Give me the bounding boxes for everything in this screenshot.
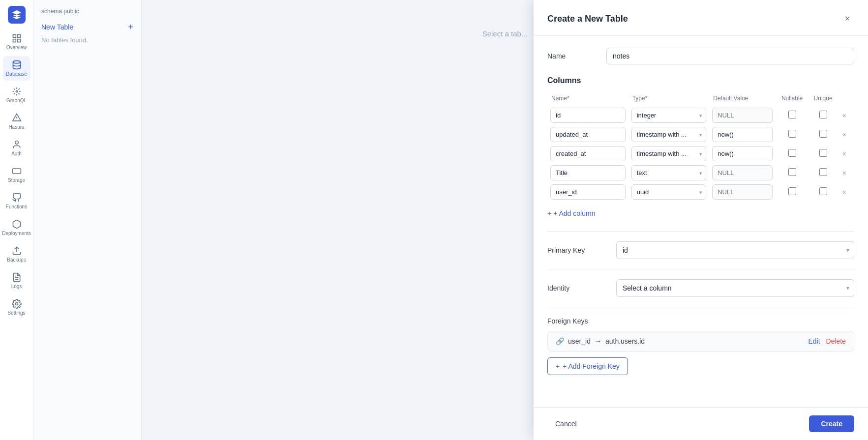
column-name-input[interactable] (550, 108, 626, 123)
column-type-select[interactable]: integertextuuidbooleantimestamp with ...… (631, 108, 707, 123)
column-unique-checkbox[interactable] (819, 130, 827, 138)
svg-point-4 (13, 61, 20, 63)
table-row: integertextuuidbooleantimestamp with ...… (547, 163, 854, 182)
column-type-select[interactable]: integertextuuidbooleantimestamp with ...… (631, 146, 707, 161)
column-nullable-checkbox[interactable] (788, 111, 796, 118)
column-default-input[interactable] (712, 165, 773, 180)
sidebar-item-functions-label: Functions (6, 204, 27, 209)
column-name-input[interactable] (550, 127, 626, 142)
no-tables-text: No tables found. (33, 34, 141, 46)
foreign-key-delete-button[interactable]: Delete (826, 337, 846, 345)
cancel-button[interactable]: Cancel (547, 416, 585, 432)
sidebar-item-deployments[interactable]: Deployments (3, 215, 30, 240)
column-unique-checkbox[interactable] (819, 111, 827, 118)
modal-close-button[interactable]: × (840, 12, 854, 26)
sidebar-item-settings[interactable]: Settings (3, 295, 30, 320)
name-label: Name (547, 52, 597, 60)
sidebar-item-backups[interactable]: Backups (3, 242, 30, 266)
new-table-row: New Table + (33, 20, 141, 34)
svg-rect-2 (13, 39, 16, 42)
column-type-select[interactable]: integertextuuidbooleantimestamp with ...… (631, 127, 707, 142)
col-header-action (838, 93, 854, 106)
column-nullable-checkbox[interactable] (788, 168, 796, 176)
column-type-select[interactable]: integertextuuidbooleantimestamp with ...… (631, 165, 707, 180)
column-default-input[interactable] (712, 184, 773, 200)
sidebar: Overview Database GraphQL Hasura Auth St… (0, 0, 33, 440)
column-unique-checkbox[interactable] (819, 187, 827, 195)
sidebar-item-settings-label: Settings (7, 310, 25, 316)
foreign-key-edit-button[interactable]: Edit (808, 337, 820, 345)
sidebar-item-graphql[interactable]: GraphQL (3, 83, 30, 107)
modal-header: Create a New Table × (534, 0, 868, 36)
foreign-key-arrow: → (595, 337, 601, 345)
add-column-button[interactable]: + + Add column (547, 207, 595, 219)
columns-table: Name* Type* Default Value Nullable Uniqu… (547, 93, 854, 202)
column-name-input[interactable] (550, 165, 626, 180)
modal-footer: Cancel Create (534, 407, 868, 440)
main-area: schema.public New Table + No tables foun… (33, 0, 868, 440)
column-default-input[interactable] (712, 127, 773, 142)
sidebar-item-backups-label: Backups (7, 257, 26, 263)
identity-row: Identity Select a column ▾ (547, 279, 854, 297)
column-delete-button[interactable]: × (840, 148, 848, 160)
modal-title: Create a New Table (547, 14, 628, 24)
column-delete-button[interactable]: × (840, 129, 848, 141)
column-nullable-checkbox[interactable] (788, 149, 796, 157)
svg-point-11 (15, 303, 18, 305)
add-fk-icon: + (556, 362, 560, 370)
col-header-unique: Unique (808, 93, 838, 106)
link-icon: 🔗 (556, 337, 564, 345)
column-unique-checkbox[interactable] (819, 168, 827, 176)
foreign-keys-label: Foreign Keys (547, 317, 854, 325)
column-delete-button[interactable]: × (840, 186, 848, 198)
col-header-default: Default Value (709, 93, 776, 106)
identity-select[interactable]: Select a column (616, 279, 854, 297)
sidebar-item-hasura-label: Hasura (8, 124, 24, 130)
sidebar-item-graphql-label: GraphQL (6, 98, 27, 103)
sidebar-item-logs[interactable]: Logs (3, 268, 30, 293)
sidebar-item-storage-label: Storage (8, 177, 25, 183)
column-default-input[interactable] (712, 146, 773, 161)
sidebar-item-hasura[interactable]: Hasura (3, 109, 30, 134)
sidebar-item-storage[interactable]: Storage (3, 162, 30, 187)
modal-body: Name Columns Name* Type* Default Value N… (534, 36, 868, 407)
primary-key-row: Primary Key id ▾ (547, 241, 854, 259)
sidebar-item-overview[interactable]: Overview (3, 29, 30, 54)
column-delete-button[interactable]: × (840, 110, 848, 121)
add-table-button[interactable]: + (128, 23, 133, 31)
primary-key-select-wrap: id ▾ (616, 241, 854, 259)
select-table-text: Select a tab... (482, 29, 528, 38)
table-row: integertextuuidbooleantimestamp with ...… (547, 125, 854, 144)
column-type-select[interactable]: integertextuuidbooleantimestamp with ...… (631, 184, 707, 200)
svg-rect-1 (17, 35, 20, 38)
primary-key-select[interactable]: id (616, 241, 854, 259)
svg-rect-0 (13, 35, 16, 38)
sidebar-item-auth-label: Auth (11, 151, 22, 156)
sidebar-item-deployments-label: Deployments (2, 231, 30, 236)
add-foreign-key-button[interactable]: + + Add Foreign Key (547, 357, 628, 375)
foreign-key-info: 🔗 user_id → auth.users.id (556, 337, 645, 345)
svg-point-6 (15, 141, 18, 145)
column-nullable-checkbox[interactable] (788, 130, 796, 138)
app-logo[interactable] (8, 6, 26, 24)
sidebar-item-database-label: Database (6, 71, 27, 77)
foreign-key-row: 🔗 user_id → auth.users.id Edit Delete (547, 331, 854, 352)
column-unique-checkbox[interactable] (819, 149, 827, 157)
add-column-icon: + (547, 209, 551, 217)
col-header-nullable: Nullable (776, 93, 808, 106)
new-table-label[interactable]: New Table (41, 23, 73, 31)
column-default-input[interactable] (712, 108, 773, 123)
create-table-modal: Create a New Table × Name Columns Name* … (534, 0, 868, 440)
column-name-input[interactable] (550, 146, 626, 161)
name-input[interactable] (606, 48, 854, 64)
col-header-name: Name* (547, 93, 629, 106)
column-nullable-checkbox[interactable] (788, 187, 796, 195)
sidebar-item-functions[interactable]: Functions (3, 189, 30, 213)
sidebar-item-database[interactable]: Database (3, 56, 30, 81)
column-name-input[interactable] (550, 184, 626, 200)
primary-key-label: Primary Key (547, 246, 606, 254)
sidebar-item-auth[interactable]: Auth (3, 136, 30, 160)
create-button[interactable]: Create (809, 415, 854, 432)
name-row: Name (547, 48, 854, 64)
column-delete-button[interactable]: × (840, 167, 848, 179)
